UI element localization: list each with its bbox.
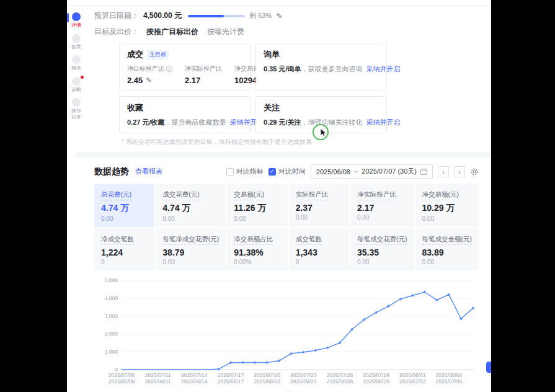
deal-card-title: 成交 xyxy=(127,49,143,60)
follow-price: 0.29 元/关注 xyxy=(264,118,301,126)
compare-time-label: 对比时间 xyxy=(278,167,306,176)
metric-value: 1,343 xyxy=(296,247,342,257)
deal-stat: 净实际投产比2.17 xyxy=(185,65,222,85)
sidebar-item-log[interactable]: 操作记录 xyxy=(68,98,84,120)
metric-card[interactable]: 净成交笔数1,2240 xyxy=(94,228,154,270)
date-range-separator: ~ xyxy=(354,168,358,176)
metric-value: 91.38% xyxy=(234,247,280,257)
trend-chart-wrap: 01,0002,0003,0004,0005,0002025/07/082025… xyxy=(94,277,479,391)
metric-card[interactable]: 净交易额占比91.38%0.00% xyxy=(227,228,287,270)
svg-text:2025/07/23: 2025/07/23 xyxy=(290,372,317,378)
metric-compare-value: 0.00 xyxy=(296,214,342,221)
budget-progress-bar xyxy=(188,15,245,17)
prev-period-button[interactable]: ‹ xyxy=(438,166,449,177)
date-range-start: 2025/06/08 xyxy=(316,168,350,176)
metric-card[interactable]: 净交易额(元)10.29 万0.00 xyxy=(415,184,479,227)
metric-label: 每笔净成交花费(元) xyxy=(162,235,219,245)
metric-card[interactable]: 总花费(元)4.74 万0.00 xyxy=(94,184,154,227)
trend-line-chart: 01,0002,0003,0004,0005,0002025/07/082025… xyxy=(94,277,478,388)
budget-remaining: 剩 63% xyxy=(249,11,272,20)
compare-time-toggle[interactable]: ✓ 对比时间 xyxy=(269,167,306,176)
notification-dot xyxy=(81,76,84,79)
metric-card[interactable]: 净实际投产比2.170.00 xyxy=(350,184,414,227)
deal-stat-label: 净目标投产比i xyxy=(127,65,172,73)
metric-label: 净实际投产比 xyxy=(357,190,396,200)
sidebar-item-diagnose[interactable]: 诊断 xyxy=(68,77,84,93)
metric-value: 35.35 xyxy=(357,247,407,257)
metric-card[interactable]: 每笔成交金额(元)83.890.00 xyxy=(415,228,479,270)
metric-value: 11.26 万 xyxy=(234,203,280,214)
inquiry-price: 0.35 元/询单 xyxy=(264,65,301,73)
follow-desc-text: ，增强店铺关注转化 xyxy=(301,118,363,126)
deal-stat-label: 净实际投产比 xyxy=(185,65,222,73)
deal-stats: 净目标投产比i2.45✎净实际投产比2.17净交易额(元)102946.60 xyxy=(127,65,242,85)
sidebar-item-creative[interactable]: 创意 xyxy=(68,34,84,50)
diagnose-icon xyxy=(72,77,81,86)
svg-text:2025/06/26: 2025/06/26 xyxy=(327,378,353,385)
stat-edit-icon[interactable]: ✎ xyxy=(146,76,151,84)
metric-label: 交易额(元) xyxy=(234,190,264,200)
metric-card[interactable]: 实际投产比2.370.00 xyxy=(289,184,349,227)
follow-card-desc: 0.29 元/关注，增强店铺关注转化采纳并开启 xyxy=(264,118,379,127)
deal-stat-value: 2.45✎ xyxy=(127,76,172,85)
sidebar-item-label: 创意 xyxy=(71,44,82,50)
svg-text:2025/06/14: 2025/06/14 xyxy=(181,378,208,385)
svg-text:5,000: 5,000 xyxy=(105,277,118,283)
metric-compare-value: 0.00 xyxy=(422,259,473,265)
compare-metric-toggle[interactable]: 对比指标 xyxy=(226,167,264,176)
metric-compare-value: 0 xyxy=(296,259,342,265)
goal-tab-1[interactable]: 按曝光计费 xyxy=(207,27,244,37)
metric-card[interactable]: 成交花费(元)4.74 万0.00 xyxy=(156,184,226,227)
metric-card[interactable]: 每笔成交花费(元)35.350.00 xyxy=(350,228,414,270)
svg-text:2025/06/11: 2025/06/11 xyxy=(145,378,171,385)
next-period-button[interactable]: › xyxy=(454,166,465,177)
svg-text:1,000: 1,000 xyxy=(105,349,118,355)
metric-compare-value: 0.00 xyxy=(357,214,407,221)
view-report-link[interactable]: 查看报表 xyxy=(135,167,162,176)
favorite-card: 收藏0.27 元/收藏，提升商品收藏数量采纳并开启 xyxy=(119,96,251,133)
metric-label: 净交易额(元) xyxy=(422,190,460,200)
metric-compare-value: 0.00 xyxy=(101,215,148,222)
metric-value: 4.74 万 xyxy=(101,203,148,214)
metric-label: 实际投产比 xyxy=(296,190,329,200)
log-icon xyxy=(72,98,81,107)
deal-card: 成交 主目标 净目标投产比i2.45✎净实际投产比2.17净交易额(元)1029… xyxy=(119,43,251,91)
goal-cards: 成交 主目标 净目标投产比i2.45✎净实际投产比2.17净交易额(元)1029… xyxy=(119,43,479,133)
cards-footnote: * 系统会尽可能达成您设置的目标，保持稳定投放有助于提升达成效果 xyxy=(122,138,479,146)
svg-text:2025/07/11: 2025/07/11 xyxy=(145,372,171,378)
settings-gear-icon[interactable] xyxy=(470,167,479,176)
compare-metric-checkbox[interactable] xyxy=(226,168,234,176)
svg-text:2025/08/01: 2025/08/01 xyxy=(399,372,426,378)
side-float-tab[interactable] xyxy=(486,362,491,373)
deal-stat-value-text: 2.17 xyxy=(185,76,200,85)
metric-card[interactable]: 每笔净成交花费(元)38.790.00 xyxy=(156,228,226,270)
deal-stat-value: 2.17 xyxy=(185,76,222,85)
sidebar-item-label: 报表 xyxy=(71,65,82,71)
svg-text:3,000: 3,000 xyxy=(105,313,118,319)
date-range-picker[interactable]: 2025/06/08 ~ 2025/07/07 (30天) xyxy=(311,164,433,179)
metric-value: 2.37 xyxy=(296,203,342,213)
goal-tab-0[interactable]: 按推广目标出价 xyxy=(146,27,198,37)
sidebar-item-report[interactable]: 报表 xyxy=(68,55,84,71)
adopt-enable-link[interactable]: 采纳并开启 xyxy=(366,65,401,73)
goal-label: 目标及出价： xyxy=(94,27,139,37)
metric-label: 成交花费(元) xyxy=(162,190,200,200)
deal-card-header: 成交 主目标 xyxy=(127,49,242,60)
top-divider xyxy=(67,0,491,6)
favorite-card-header: 收藏 xyxy=(127,102,242,114)
deal-stat: 净目标投产比i2.45✎ xyxy=(127,65,172,85)
trend-title: 数据趋势 xyxy=(94,166,129,177)
deal-stat-label-text: 净目标投产比 xyxy=(127,65,164,73)
svg-text:2025/06/17: 2025/06/17 xyxy=(218,378,244,385)
compare-time-checkbox[interactable]: ✓ xyxy=(269,168,276,176)
adopt-enable-link[interactable]: 采纳并开启 xyxy=(366,118,401,126)
calendar-icon xyxy=(420,168,427,175)
sidebar-item-label: 详情 xyxy=(71,22,82,29)
metric-card[interactable]: 交易额(元)11.26 万0.00 xyxy=(227,184,287,227)
compare-metric-label: 对比指标 xyxy=(236,167,264,176)
primary-goal-badge: 主目标 xyxy=(147,50,169,60)
budget-edit-icon[interactable]: ✎ xyxy=(276,12,282,20)
sidebar-item-detail[interactable]: 详情 xyxy=(68,12,84,29)
metric-card[interactable]: 成交笔数1,3430 xyxy=(289,228,349,270)
deal-stat-value-text: 2.45 xyxy=(127,76,143,85)
